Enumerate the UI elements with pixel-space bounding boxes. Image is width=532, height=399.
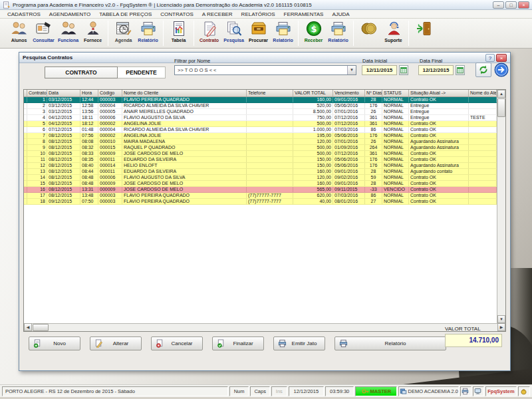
menu-item-contratos[interactable]: CONTRATOS xyxy=(157,11,196,17)
tab-pendente[interactable]: PENDENTE xyxy=(118,66,166,78)
toolbar-button-pesquisa[interactable]: Pesquisa xyxy=(221,20,246,43)
tab-contrato[interactable]: CONTRATO xyxy=(45,66,118,78)
table-row[interactable]: 1508/12/201508:48000009JOSE CARDOSO DE M… xyxy=(24,181,497,187)
relat-rio-button[interactable]: Relatório xyxy=(334,336,446,350)
app-icon xyxy=(400,388,407,395)
vertical-scroll-thumb[interactable] xyxy=(497,98,505,117)
filter-name-combo[interactable]: >> T O D O S < < ▼ xyxy=(174,65,356,75)
column-header-vencimento[interactable]: Vencimento xyxy=(333,90,365,96)
table-row[interactable]: 1208/12/201508:40000014HELIO ENLOFT150,0… xyxy=(24,163,497,169)
alterar-button[interactable]: Alterar xyxy=(90,336,142,350)
column-header-status[interactable]: STATUS xyxy=(382,90,409,96)
toolbar-separator xyxy=(408,21,409,46)
restore-button[interactable]: □ xyxy=(505,1,517,9)
toolbar-button-fornece[interactable]: Fornece xyxy=(80,20,105,43)
table-row[interactable]: 1408/12/201508:48000006FLAVIO AUGUSTO DA… xyxy=(24,175,497,181)
staff-icon xyxy=(60,20,77,37)
column-header-telefone[interactable]: Telefone xyxy=(247,90,293,96)
toolbar-button-receber[interactable]: $Receber xyxy=(301,20,326,43)
column-header-valor-total[interactable]: VALOR TOTAL xyxy=(293,90,333,96)
table-row[interactable]: 607/12/201501:48000004RICARDO ALMEIDA DA… xyxy=(24,127,497,133)
menu-item-ajuda[interactable]: AJUDA xyxy=(329,11,352,17)
toolbar-button-relat-rio[interactable]: Relatório xyxy=(136,20,160,43)
printer-icon xyxy=(140,20,157,37)
status-panel-master: MASTER xyxy=(355,386,397,396)
emitir-jato-button[interactable]: Emitir Jato xyxy=(273,336,325,350)
table-row[interactable]: 1809/12/201507:50000003FLAVIO PEREIRA QU… xyxy=(24,199,497,205)
menubar: CADASTROSAGENDAMENTOTABELA DE PREÇOSCONT… xyxy=(0,10,532,19)
table-row[interactable]: 504/12/201518:12000002ANGELINA JOLIE500,… xyxy=(24,121,497,127)
table-row[interactable]: 1308/12/201508:44000011EDUARDO DA SILVEI… xyxy=(24,169,497,175)
table-row[interactable]: 1708/12/201513:48000003FLAVIO PEREIRA QU… xyxy=(24,193,497,199)
key-icon xyxy=(362,388,369,395)
column-header-nome-do-cliente[interactable]: Nome do Cliente xyxy=(122,90,247,96)
table-row[interactable]: 203/12/201512:58000004RICARDO ALMEIDA DA… xyxy=(24,103,497,109)
table-row[interactable]: 303/12/201513:56000005ANAIR MEIRELLES QU… xyxy=(24,109,497,115)
scroll-right-arrow[interactable]: ▶ xyxy=(497,323,505,331)
table-row[interactable]: 1108/12/201508:35000011EDUARDO DA SILVEI… xyxy=(24,157,497,163)
status-panel-caps: Caps xyxy=(250,386,270,396)
column-header-situa-o-atual[interactable]: Situação Atual -> xyxy=(409,90,469,96)
menu-item-tabela-de-pre-os[interactable]: TABELA DE PREÇOS xyxy=(96,11,155,17)
toolbar-button-relat-rio[interactable]: Relatório xyxy=(326,20,350,43)
window-close-button[interactable]: × xyxy=(496,54,507,62)
data-inicial-field[interactable]: 12/11/2015 xyxy=(362,65,397,75)
printer-icon xyxy=(275,20,292,37)
minimize-button[interactable]: – xyxy=(493,1,504,9)
column-header-data[interactable]: Data xyxy=(47,90,80,96)
menu-item-a-receber[interactable]: A RECEBER xyxy=(199,11,236,17)
toolbar-button-funciona[interactable]: Funciona xyxy=(56,20,80,43)
help-button[interactable]: ? xyxy=(485,54,495,62)
toolbar-button-relat-rio[interactable]: Relatório xyxy=(271,20,295,43)
data-inicial-label: Data Inicial xyxy=(362,58,387,64)
scroll-left-arrow[interactable]: ◀ xyxy=(24,323,32,331)
table-row[interactable]: 708/12/201507:56000002ANGELINA JOLIE195,… xyxy=(24,133,497,139)
toolbar-button-coin-icon[interactable] xyxy=(356,20,381,38)
table-row[interactable]: 103/12/201512:44000003FLAVIO PEREIRA QUA… xyxy=(24,97,497,103)
svg-text:$: $ xyxy=(311,24,317,34)
column-header-contrato[interactable]: Contrato xyxy=(27,90,47,96)
vertical-scrollbar[interactable]: ▲ ▼ xyxy=(497,90,505,323)
refresh-icon xyxy=(477,65,489,75)
toolbar-button-consultar[interactable]: Consultar xyxy=(31,20,56,43)
table-row[interactable]: 1008/12/201508:33000009JOSE CARDOSO DE M… xyxy=(24,151,497,157)
column-header-hora[interactable]: Hora xyxy=(80,90,98,96)
menu-item-relat-rios[interactable]: RELATÓRIOS xyxy=(238,11,279,17)
column-header-c-digo[interactable]: Código xyxy=(98,90,122,96)
cancelar-button[interactable]: Cancelar xyxy=(151,336,203,350)
scroll-down-arrow[interactable]: ▼ xyxy=(497,315,505,323)
novo-button[interactable]: Novo xyxy=(29,336,80,350)
toolbar-separator xyxy=(163,21,164,46)
scroll-up-arrow[interactable]: ▲ xyxy=(497,90,505,98)
close-button[interactable]: × xyxy=(518,1,529,9)
toolbar-button-tabela[interactable]: Tabela xyxy=(166,20,191,43)
chevron-down-icon[interactable]: ▼ xyxy=(347,66,356,74)
printer-mini-icon xyxy=(278,339,287,348)
toolbar-button-procurar[interactable]: Procurar xyxy=(246,20,271,43)
table-row[interactable]: 808/12/201508:08000010MAIRA MADALENA120,… xyxy=(24,139,497,145)
toolbar-button-contrato[interactable]: Contrato xyxy=(197,20,221,43)
calendar-inicial-button[interactable] xyxy=(399,65,408,75)
toolbar-button-agenda[interactable]: Agenda xyxy=(111,20,136,43)
go-button[interactable] xyxy=(494,63,509,77)
desktop-area: Pesquisa Contratos ? × CONTRATO PENDENTE… xyxy=(0,49,532,384)
printer-mini-icon xyxy=(339,339,348,348)
toolbar-button-alunos[interactable]: Alunos xyxy=(7,20,31,43)
finalizar-button[interactable]: Finalizar xyxy=(212,336,264,350)
toolbar-button-suporte[interactable]: Suporte xyxy=(381,20,406,43)
column-header-nome-do-atendente[interactable]: Nome do Atendente xyxy=(469,90,497,96)
status-panel-demo-academia-2-0: DEMO ACADEMIA 2.0 xyxy=(398,386,459,396)
column-header-n-dias[interactable]: Nº Dias xyxy=(365,90,382,96)
toolbar-button-exit-door-icon[interactable] xyxy=(412,20,436,38)
menu-item-ferramentas[interactable]: FERRAMENTAS xyxy=(281,11,327,17)
menu-item-agendamento[interactable]: AGENDAMENTO xyxy=(46,11,94,17)
menu-item-cadastros[interactable]: CADASTROS xyxy=(4,11,44,17)
horizontal-scroll-thumb[interactable] xyxy=(33,324,49,331)
table-row[interactable]: 1608/12/201513:31000009JOSE CARDOSO DE M… xyxy=(24,187,497,193)
refresh-button[interactable] xyxy=(475,63,491,77)
table-row[interactable]: 908/12/201508:32000015RAQUEL P QUADRADO5… xyxy=(24,145,497,151)
table-row[interactable]: 404/12/201518:11000006FLAVIO AUGUSTO DA … xyxy=(24,115,497,121)
data-final-field[interactable]: 12/12/2015 xyxy=(418,65,454,75)
horizontal-scrollbar[interactable]: ◀ ▶ xyxy=(24,323,505,331)
calendar-final-button[interactable] xyxy=(456,65,465,75)
